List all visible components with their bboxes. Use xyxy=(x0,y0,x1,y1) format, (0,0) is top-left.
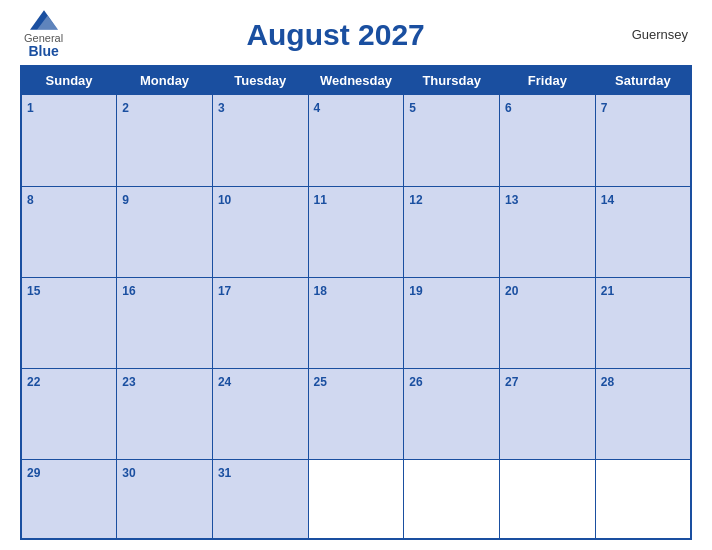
calendar-cell: 7 xyxy=(595,95,691,186)
calendar-cell: 24 xyxy=(212,369,308,460)
calendar-cell: 1 xyxy=(21,95,117,186)
calendar-cell: 28 xyxy=(595,369,691,460)
calendar-cell: 11 xyxy=(308,186,404,277)
day-number: 23 xyxy=(122,375,135,389)
day-number: 29 xyxy=(27,466,40,480)
calendar-header: General Blue August 2027 Guernsey xyxy=(20,10,692,59)
col-saturday: Saturday xyxy=(595,66,691,95)
day-number: 3 xyxy=(218,101,225,115)
col-friday: Friday xyxy=(500,66,596,95)
day-number: 1 xyxy=(27,101,34,115)
col-tuesday: Tuesday xyxy=(212,66,308,95)
calendar-cell: 26 xyxy=(404,369,500,460)
calendar-cell: 29 xyxy=(21,460,117,539)
calendar-cell: 16 xyxy=(117,277,213,368)
col-wednesday: Wednesday xyxy=(308,66,404,95)
day-number: 8 xyxy=(27,193,34,207)
calendar-cell: 22 xyxy=(21,369,117,460)
day-number: 15 xyxy=(27,284,40,298)
calendar-cell: 31 xyxy=(212,460,308,539)
calendar-cell: 15 xyxy=(21,277,117,368)
calendar-cell: 10 xyxy=(212,186,308,277)
calendar-cell xyxy=(308,460,404,539)
calendar-row-4: 22232425262728 xyxy=(21,369,691,460)
day-number: 12 xyxy=(409,193,422,207)
day-number: 16 xyxy=(122,284,135,298)
calendar-cell xyxy=(404,460,500,539)
day-number: 31 xyxy=(218,466,231,480)
day-number: 24 xyxy=(218,375,231,389)
calendar-cell: 12 xyxy=(404,186,500,277)
calendar-cell: 9 xyxy=(117,186,213,277)
day-number: 17 xyxy=(218,284,231,298)
calendar-row-2: 891011121314 xyxy=(21,186,691,277)
logo-icon xyxy=(30,10,58,30)
calendar-cell: 20 xyxy=(500,277,596,368)
calendar-cell: 4 xyxy=(308,95,404,186)
day-number: 27 xyxy=(505,375,518,389)
calendar-cell: 25 xyxy=(308,369,404,460)
day-number: 28 xyxy=(601,375,614,389)
calendar-cell: 21 xyxy=(595,277,691,368)
calendar-cell: 2 xyxy=(117,95,213,186)
calendar-cell: 17 xyxy=(212,277,308,368)
calendar-cell: 30 xyxy=(117,460,213,539)
calendar-cell: 19 xyxy=(404,277,500,368)
calendar-row-5: 293031 xyxy=(21,460,691,539)
logo-blue-text: Blue xyxy=(28,44,58,59)
calendar-row-3: 15161718192021 xyxy=(21,277,691,368)
day-number: 11 xyxy=(314,193,327,207)
day-number: 14 xyxy=(601,193,614,207)
day-number: 30 xyxy=(122,466,135,480)
day-number: 18 xyxy=(314,284,327,298)
logo: General Blue xyxy=(24,10,63,59)
calendar-cell: 3 xyxy=(212,95,308,186)
calendar-cell: 23 xyxy=(117,369,213,460)
month-title: August 2027 xyxy=(63,18,608,52)
day-number: 19 xyxy=(409,284,422,298)
calendar-cell: 13 xyxy=(500,186,596,277)
calendar-cell xyxy=(595,460,691,539)
col-monday: Monday xyxy=(117,66,213,95)
calendar-cell: 5 xyxy=(404,95,500,186)
day-number: 21 xyxy=(601,284,614,298)
calendar-header-row: Sunday Monday Tuesday Wednesday Thursday… xyxy=(21,66,691,95)
calendar-table: Sunday Monday Tuesday Wednesday Thursday… xyxy=(20,65,692,540)
day-number: 4 xyxy=(314,101,321,115)
col-thursday: Thursday xyxy=(404,66,500,95)
calendar-cell: 14 xyxy=(595,186,691,277)
day-number: 22 xyxy=(27,375,40,389)
day-number: 20 xyxy=(505,284,518,298)
calendar-cell: 8 xyxy=(21,186,117,277)
day-number: 10 xyxy=(218,193,231,207)
calendar-cell xyxy=(500,460,596,539)
calendar-cell: 6 xyxy=(500,95,596,186)
calendar-cell: 18 xyxy=(308,277,404,368)
day-number: 7 xyxy=(601,101,608,115)
day-number: 5 xyxy=(409,101,416,115)
day-number: 9 xyxy=(122,193,129,207)
day-number: 25 xyxy=(314,375,327,389)
day-number: 6 xyxy=(505,101,512,115)
region-label: Guernsey xyxy=(608,27,688,42)
col-sunday: Sunday xyxy=(21,66,117,95)
calendar-row-1: 1234567 xyxy=(21,95,691,186)
day-number: 26 xyxy=(409,375,422,389)
day-number: 2 xyxy=(122,101,129,115)
calendar-cell: 27 xyxy=(500,369,596,460)
day-number: 13 xyxy=(505,193,518,207)
